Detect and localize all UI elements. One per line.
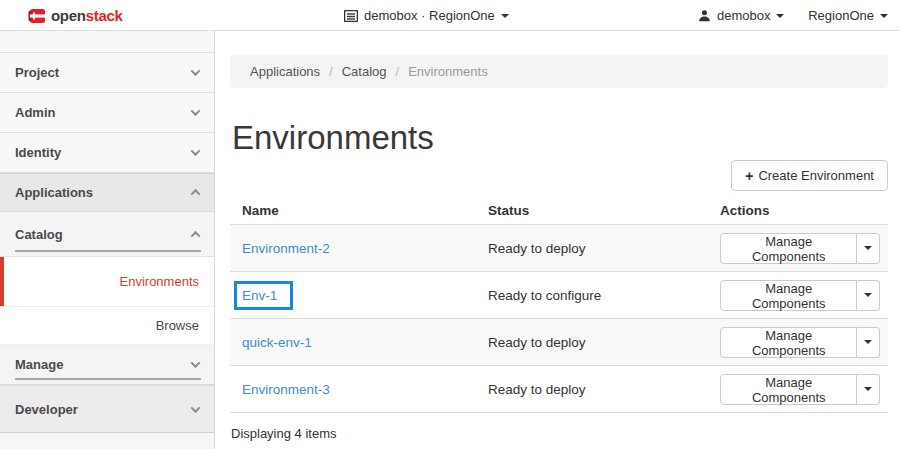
breadcrumb-environments: Environments bbox=[408, 64, 487, 79]
breadcrumb: Applications / Catalog / Environments bbox=[230, 55, 888, 88]
row-actions: Manage Components bbox=[720, 374, 880, 405]
user-menu[interactable]: demobox bbox=[698, 0, 784, 31]
column-header-actions: Actions bbox=[708, 203, 888, 218]
sidebar-item-project[interactable]: Project bbox=[0, 53, 214, 93]
user-icon bbox=[698, 9, 711, 22]
sidebar-item-manage[interactable]: Manage bbox=[0, 345, 214, 385]
sidebar-item-label: Identity bbox=[15, 145, 61, 160]
environment-link[interactable]: Environment-2 bbox=[242, 241, 330, 256]
chevron-down-icon bbox=[191, 358, 201, 368]
actions-dropdown-toggle[interactable] bbox=[857, 280, 880, 311]
sidebar-item-label: Browse bbox=[156, 318, 199, 333]
sidebar-item-label: Catalog bbox=[15, 227, 63, 242]
sidebar-item-environments-active[interactable]: Environments bbox=[0, 257, 214, 307]
environment-link[interactable]: Env-1 bbox=[242, 288, 277, 303]
chevron-down-icon bbox=[501, 14, 509, 18]
openstack-logo-text: openstack bbox=[51, 7, 123, 24]
environment-link[interactable]: Environment-3 bbox=[242, 382, 330, 397]
openstack-logo[interactable]: openstack bbox=[28, 0, 123, 31]
sidebar: Project Admin Identity Applications Cata… bbox=[0, 31, 215, 449]
caret-down-icon bbox=[864, 293, 872, 297]
table-row: Environment-2 Ready to deploy Manage Com… bbox=[230, 225, 888, 272]
top-navbar: openstack demobox · RegionOne demobox Re… bbox=[0, 0, 900, 31]
environments-table: Name Status Actions Environment-2 Ready … bbox=[230, 196, 888, 441]
caret-down-icon bbox=[864, 340, 872, 344]
sidebar-partial-item bbox=[0, 433, 214, 449]
chevron-down-icon bbox=[191, 403, 201, 413]
create-environment-label: Create Environment bbox=[758, 168, 874, 183]
project-region-switcher[interactable]: demobox · RegionOne bbox=[344, 0, 509, 31]
manage-components-button[interactable]: Manage Components bbox=[720, 327, 857, 358]
breadcrumb-separator: / bbox=[396, 64, 400, 79]
manage-components-button[interactable]: Manage Components bbox=[720, 233, 857, 264]
table-row-count: Displaying 4 items bbox=[230, 413, 888, 441]
row-actions: Manage Components bbox=[720, 233, 880, 264]
breadcrumb-separator: / bbox=[329, 64, 333, 79]
region-menu-label: RegionOne bbox=[808, 8, 874, 23]
sidebar-item-label: Developer bbox=[15, 402, 78, 417]
project-list-icon bbox=[344, 10, 358, 22]
manage-components-button[interactable]: Manage Components bbox=[720, 280, 857, 311]
openstack-logo-icon bbox=[28, 8, 46, 24]
create-environment-button[interactable]: + Create Environment bbox=[731, 160, 888, 191]
plus-icon: + bbox=[745, 168, 753, 184]
project-region-label: demobox · RegionOne bbox=[364, 8, 495, 23]
sidebar-item-label: Project bbox=[15, 65, 59, 80]
actions-dropdown-toggle[interactable] bbox=[857, 374, 880, 405]
sidebar-section-underline bbox=[15, 378, 201, 380]
column-header-name: Name bbox=[230, 203, 476, 218]
row-actions: Manage Components bbox=[720, 280, 880, 311]
env-1-highlight-box: Env-1 bbox=[234, 281, 293, 310]
caret-down-icon bbox=[864, 246, 872, 250]
status-text: Ready to deploy bbox=[476, 382, 708, 397]
table-row: quick-env-1 Ready to deploy Manage Compo… bbox=[230, 319, 888, 366]
table-header-row: Name Status Actions bbox=[230, 196, 888, 225]
sidebar-item-applications[interactable]: Applications bbox=[0, 173, 214, 212]
chevron-up-icon bbox=[191, 189, 201, 199]
sidebar-item-browse[interactable]: Browse bbox=[0, 307, 214, 345]
sidebar-item-label: Manage bbox=[15, 357, 63, 372]
table-row: Env-1 Ready to configure Manage Componen… bbox=[230, 272, 888, 319]
caret-down-icon bbox=[864, 387, 872, 391]
chevron-down-icon bbox=[191, 146, 201, 156]
region-menu[interactable]: RegionOne bbox=[808, 0, 888, 31]
status-text: Ready to deploy bbox=[476, 241, 708, 256]
chevron-down-icon bbox=[191, 66, 201, 76]
environment-link[interactable]: quick-env-1 bbox=[242, 335, 312, 350]
sidebar-item-label: Admin bbox=[15, 105, 55, 120]
breadcrumb-applications[interactable]: Applications bbox=[250, 64, 320, 79]
actions-dropdown-toggle[interactable] bbox=[857, 327, 880, 358]
sidebar-partial-item bbox=[0, 31, 214, 53]
status-text: Ready to deploy bbox=[476, 335, 708, 350]
chevron-down-icon bbox=[776, 14, 784, 18]
sidebar-item-catalog[interactable]: Catalog bbox=[0, 212, 214, 257]
actions-dropdown-toggle[interactable] bbox=[857, 233, 880, 264]
column-header-status: Status bbox=[476, 203, 708, 218]
manage-components-button[interactable]: Manage Components bbox=[720, 374, 857, 405]
table-row: Environment-3 Ready to deploy Manage Com… bbox=[230, 366, 888, 413]
sidebar-item-identity[interactable]: Identity bbox=[0, 133, 214, 173]
breadcrumb-catalog[interactable]: Catalog bbox=[342, 64, 387, 79]
user-menu-label: demobox bbox=[717, 8, 770, 23]
main-content: Applications / Catalog / Environments En… bbox=[216, 31, 900, 449]
sidebar-item-admin[interactable]: Admin bbox=[0, 93, 214, 133]
chevron-up-icon bbox=[191, 230, 201, 240]
sidebar-section-underline bbox=[15, 250, 201, 252]
chevron-down-icon bbox=[880, 14, 888, 18]
table-toolbar: + Create Environment bbox=[230, 160, 888, 191]
sidebar-item-label: Environments bbox=[120, 274, 199, 289]
sidebar-item-developer[interactable]: Developer bbox=[0, 385, 214, 433]
page-title: Environments bbox=[232, 119, 434, 157]
chevron-down-icon bbox=[191, 106, 201, 116]
status-text: Ready to configure bbox=[476, 288, 708, 303]
row-actions: Manage Components bbox=[720, 327, 880, 358]
sidebar-item-label: Applications bbox=[15, 185, 93, 200]
